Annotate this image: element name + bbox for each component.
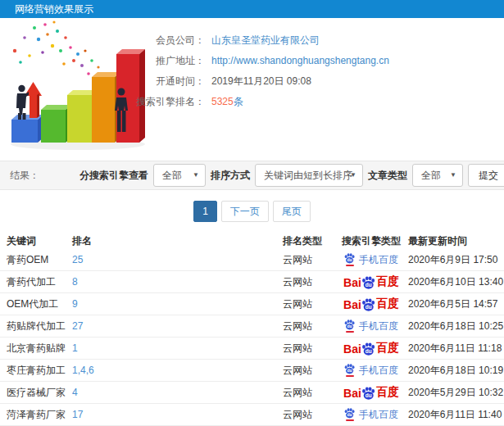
- rank-count-label: 搜索引擎排名：: [0, 94, 205, 110]
- keyword-cell: 药贴牌代加工: [7, 320, 72, 333]
- info-row-rank-count: 搜索引擎排名： 5325条: [0, 94, 504, 110]
- rank-link[interactable]: 25: [72, 254, 83, 265]
- rank-type-cell: 云网站: [283, 297, 334, 311]
- filter-controls: 分搜索引擎查看 全部 ▼ 排序方式 关键词由短到长排序 ▼ 文章类型 全部 ▼ …: [79, 164, 504, 187]
- info-row-open-time: 开通时间： 2019年11月20日 09:08: [0, 74, 504, 89]
- table-row: 北京膏药贴牌 1 云网站 du 手机百度: [0, 338, 504, 360]
- engine-cell: du 手机百度 Bai du 百度: [334, 253, 408, 267]
- rank-link[interactable]: 1,4,6: [72, 365, 94, 376]
- svg-text:du: du: [347, 368, 352, 373]
- next-page-button[interactable]: 下一页: [221, 201, 269, 222]
- keyword-cell: 膏药代加工: [7, 275, 72, 289]
- updated-cell: 2020年6月5日 14:57: [408, 297, 504, 311]
- svg-text:du: du: [366, 392, 372, 398]
- rank-link[interactable]: 9: [72, 298, 78, 310]
- open-time-value: 2019年11月20日 09:08: [211, 74, 311, 89]
- page: { "header": { "title": "网络营销效果展示" }, "in…: [0, 0, 504, 426]
- baidu-paw-icon: du: [344, 320, 355, 333]
- baidu-logo-latin: Bai: [343, 342, 361, 356]
- rank-link[interactable]: 27: [72, 320, 83, 332]
- table-row: 药贴牌代加工 27 云网站 du 手机百度: [0, 315, 504, 338]
- mobile-baidu-icon: du 手机百度: [344, 408, 398, 422]
- baidu-logo-cn: 百度: [376, 297, 399, 311]
- article-type-select-value: 全部: [421, 170, 441, 181]
- promo-url-link[interactable]: http://www.shandonghuangshengtang.cn: [211, 53, 389, 69]
- mobile-baidu-label: 手机百度: [359, 253, 398, 267]
- baidu-logo: Bai du 百度: [343, 274, 399, 289]
- rank-count-value: 5325条: [211, 94, 243, 110]
- header-updated: 最新更新时间: [408, 233, 504, 249]
- engine-select[interactable]: 全部 ▼: [153, 164, 206, 187]
- engine-filter-label: 分搜索引擎查看: [79, 169, 148, 183]
- last-page-button[interactable]: 尾页: [273, 201, 311, 222]
- engine-cell: du 手机百度 Bai du 百度: [334, 408, 408, 422]
- baidu-logo-cn: 百度: [376, 274, 399, 289]
- baidu-logo-latin: Bai: [343, 387, 361, 400]
- updated-cell: 2020年5月29日 10:32: [408, 386, 504, 400]
- baidu-paw-icon: du: [344, 408, 355, 421]
- header-engine-type: 搜索引擎类型: [334, 233, 408, 249]
- rank-link[interactable]: 8: [72, 276, 78, 288]
- filter-bar: 结果： 分搜索引擎查看 全部 ▼ 排序方式 关键词由短到长排序 ▼ 文章类型 全…: [0, 161, 504, 190]
- sort-select[interactable]: 关键词由短到长排序 ▼: [255, 164, 363, 187]
- header-keyword: 关键词: [7, 233, 72, 249]
- table-row: 菏泽膏药厂家 17 云网站 du 手机百度: [0, 404, 504, 426]
- table-row: 膏药代加工 8 云网站 du 手机百度: [0, 271, 504, 293]
- rank-link[interactable]: 1: [72, 342, 78, 354]
- baidu-logo-latin: Bai: [343, 276, 361, 289]
- keyword-cell: 医疗器械厂家: [7, 386, 72, 400]
- page-1-button[interactable]: 1: [193, 201, 217, 222]
- page-title: 网络营销效果展示: [15, 3, 93, 15]
- rank-link[interactable]: 17: [72, 409, 83, 420]
- svg-text:du: du: [366, 304, 372, 310]
- table-row: 医疗器械厂家 4 云网站 du 手机百度: [0, 382, 504, 404]
- window-titlebar: 网络营销效果展示: [0, 0, 504, 18]
- baidu-paw-icon: du: [361, 298, 375, 311]
- paw-underline: [346, 375, 354, 377]
- svg-text:du: du: [347, 257, 352, 262]
- sort-filter-label: 排序方式: [211, 169, 250, 183]
- company-label: 会员公司：: [0, 33, 205, 48]
- updated-cell: 2020年6月18日 10:25: [408, 320, 504, 333]
- mobile-baidu-label: 手机百度: [359, 408, 398, 422]
- promo-url-label: 推广地址：: [0, 53, 205, 69]
- updated-cell: 2020年6月18日 10:19: [408, 364, 504, 378]
- svg-text:du: du: [347, 324, 352, 329]
- baidu-paw-icon: du: [344, 364, 355, 377]
- pagination: 1 下一页 尾页: [0, 190, 504, 233]
- mobile-baidu-icon: du 手机百度: [344, 364, 398, 378]
- paw-underline: [346, 265, 354, 266]
- keyword-cell: 菏泽膏药厂家: [7, 408, 72, 422]
- keyword-cell: 枣庄膏药加工: [7, 364, 72, 378]
- paw-underline: [346, 331, 354, 333]
- baidu-paw-icon: du: [344, 253, 355, 266]
- header-rank-type: 排名类型: [283, 233, 334, 249]
- company-link[interactable]: 山东皇圣堂药业有限公司: [211, 33, 320, 48]
- article-type-select[interactable]: 全部 ▼: [412, 164, 463, 187]
- header-rank: 排名: [72, 233, 283, 249]
- table-body: 膏药OEM 25 云网站 du 手机百度: [0, 249, 504, 426]
- submit-button[interactable]: 提交: [468, 164, 504, 187]
- rank-type-cell: 云网站: [283, 408, 334, 422]
- table-row: 膏药OEM 25 云网站 du 手机百度: [0, 249, 504, 271]
- rank-type-cell: 云网站: [283, 275, 334, 289]
- info-row-url: 推广地址： http://www.shandonghuangshengtang.…: [0, 53, 504, 69]
- sort-select-value: 关键词由短到长排序: [264, 170, 352, 181]
- bar-blue: [11, 115, 43, 143]
- article-type-label: 文章类型: [368, 169, 407, 183]
- rank-link[interactable]: 4: [72, 387, 78, 398]
- engine-cell: du 手机百度 Bai du 百度: [334, 341, 408, 356]
- baidu-paw-icon: du: [361, 342, 375, 356]
- mobile-baidu-icon: du 手机百度: [344, 320, 398, 333]
- keyword-rank-table: 关键词 排名 排名类型 搜索引擎类型 最新更新时间 膏药OEM 25 云网站 d…: [0, 233, 504, 426]
- info-row-company: 会员公司： 山东皇圣堂药业有限公司: [0, 33, 504, 48]
- engine-cell: du 手机百度 Bai du 百度: [334, 364, 408, 378]
- mobile-baidu-label: 手机百度: [359, 320, 398, 333]
- updated-cell: 2020年6月9日 17:50: [408, 253, 504, 267]
- baidu-logo-cn: 百度: [376, 385, 399, 400]
- chevron-down-icon: ▼: [350, 165, 356, 186]
- paw-underline: [346, 419, 354, 421]
- engine-select-value: 全部: [162, 170, 182, 181]
- keyword-cell: 北京膏药贴牌: [7, 342, 72, 356]
- mobile-baidu-icon: du 手机百度: [344, 253, 398, 267]
